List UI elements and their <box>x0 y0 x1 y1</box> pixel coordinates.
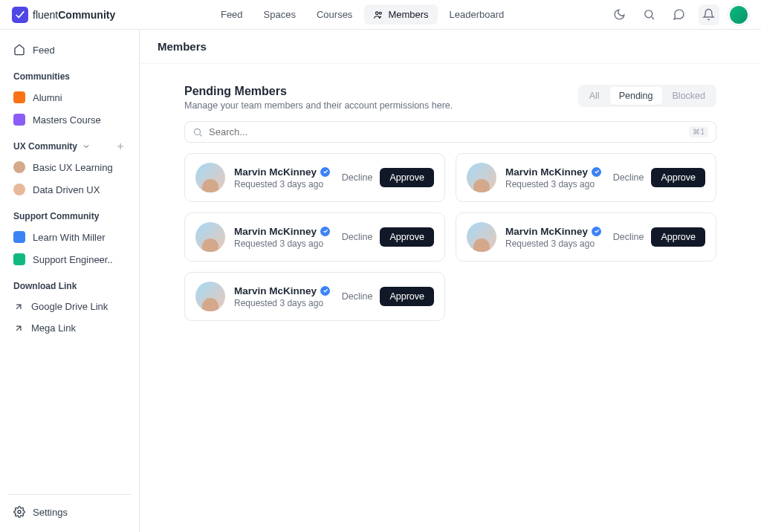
logo-mark-icon <box>12 7 28 23</box>
decline-button[interactable]: Decline <box>342 232 373 242</box>
member-name: Marvin McKinney <box>505 166 604 178</box>
member-avatar <box>195 163 225 192</box>
sidebar-basic-ux[interactable]: Basic UX Learning <box>7 156 132 178</box>
nav-spaces[interactable]: Spaces <box>255 4 305 25</box>
messages-icon[interactable] <box>669 4 690 25</box>
member-card: Marvin McKinney Requested 3 days ago Dec… <box>456 153 716 202</box>
logo-text: fluentCommunity <box>33 9 115 21</box>
member-meta: Requested 3 days ago <box>505 179 604 189</box>
sidebar: Feed Communities Alumni Masters Course U… <box>0 30 140 532</box>
svg-point-1 <box>380 12 382 14</box>
sidebar-miller[interactable]: Learn With Miller <box>7 226 132 248</box>
decline-button[interactable]: Decline <box>342 291 373 302</box>
member-avatar <box>195 282 225 311</box>
section-support: Support Community <box>7 201 132 226</box>
section-title: Pending Members <box>184 85 453 98</box>
approve-button[interactable]: Approve <box>380 168 434 187</box>
approve-button[interactable]: Approve <box>380 227 434 247</box>
member-card: Marvin McKinney Requested 3 days ago Dec… <box>184 213 445 262</box>
segment-control: All Pending Blocked <box>578 85 716 107</box>
page-title: Members <box>158 40 743 53</box>
sidebar-engineer[interactable]: Support Engineer.. <box>7 248 132 270</box>
sidebar-feed[interactable]: Feed <box>7 39 132 61</box>
nav-leaderboard[interactable]: Leaderboard <box>441 4 514 25</box>
svg-point-2 <box>645 10 652 18</box>
member-card: Marvin McKinney Requested 3 days ago Dec… <box>184 153 445 202</box>
member-avatar <box>467 163 496 192</box>
search-icon[interactable] <box>639 4 660 25</box>
topnav: Feed Spaces Courses Members Leaderboard <box>212 4 513 25</box>
verified-icon <box>320 167 330 177</box>
approve-button[interactable]: Approve <box>380 287 434 306</box>
member-card: Marvin McKinney Requested 3 days ago Dec… <box>456 213 716 262</box>
theme-icon[interactable] <box>609 4 630 25</box>
member-meta: Requested 3 days ago <box>234 298 333 308</box>
page-header: Members <box>140 30 761 64</box>
kbd-shortcut: ⌘1 <box>689 126 708 137</box>
user-avatar[interactable] <box>728 4 749 25</box>
member-name: Marvin McKinney <box>505 226 604 237</box>
gear-icon <box>13 506 25 518</box>
verified-icon <box>592 227 601 236</box>
section-communities: Communities <box>7 61 132 86</box>
plus-icon[interactable] <box>115 141 126 152</box>
main: Members Pending Members Manage your team… <box>140 30 761 532</box>
section-subtitle: Manage your team members and their accou… <box>184 100 453 111</box>
nav-members[interactable]: Members <box>364 4 437 25</box>
topbar: fluentCommunity Feed Spaces Courses Memb… <box>0 0 761 30</box>
arrow-icon <box>13 302 24 312</box>
sidebar-gdrive[interactable]: Google Drive Link <box>7 296 132 317</box>
section-download: Download Link <box>7 270 132 296</box>
sidebar-masters[interactable]: Masters Course <box>7 108 132 131</box>
decline-button[interactable]: Decline <box>342 172 373 183</box>
member-name: Marvin McKinney <box>234 166 333 178</box>
approve-button[interactable]: Approve <box>651 227 705 247</box>
sidebar-mega[interactable]: Mega Link <box>7 317 132 339</box>
sidebar-settings[interactable]: Settings <box>7 501 132 523</box>
svg-point-3 <box>18 510 21 513</box>
arrow-icon <box>13 323 24 334</box>
nav-feed[interactable]: Feed <box>212 4 252 25</box>
approve-button[interactable]: Approve <box>651 168 705 187</box>
svg-point-4 <box>194 129 200 134</box>
member-meta: Requested 3 days ago <box>234 239 333 249</box>
section-ux[interactable]: UX Community <box>7 131 132 156</box>
verified-icon <box>592 167 601 177</box>
notifications-icon[interactable] <box>699 4 719 25</box>
member-name: Marvin McKinney <box>234 226 333 237</box>
logo[interactable]: fluentCommunity <box>12 7 115 23</box>
search-icon <box>192 127 203 137</box>
member-avatar <box>467 222 496 252</box>
member-meta: Requested 3 days ago <box>234 179 333 189</box>
topbar-right <box>609 4 749 25</box>
search-input[interactable] <box>209 126 683 137</box>
member-card: Marvin McKinney Requested 3 days ago Dec… <box>184 272 445 321</box>
member-cards: Marvin McKinney Requested 3 days ago Dec… <box>184 153 716 321</box>
member-meta: Requested 3 days ago <box>505 239 604 249</box>
decline-button[interactable]: Decline <box>613 172 644 183</box>
member-name: Marvin McKinney <box>234 285 333 296</box>
member-avatar <box>195 222 225 252</box>
decline-button[interactable]: Decline <box>613 232 644 242</box>
nav-courses[interactable]: Courses <box>308 4 361 25</box>
chevron-down-icon <box>82 142 91 151</box>
segment-pending[interactable]: Pending <box>610 87 662 105</box>
members-icon <box>373 10 383 20</box>
search-bar[interactable]: ⌘1 <box>184 121 716 143</box>
verified-icon <box>320 227 330 236</box>
sidebar-data-ux[interactable]: Data Driven UX <box>7 178 132 201</box>
segment-blocked[interactable]: Blocked <box>664 87 714 105</box>
home-icon <box>13 44 25 56</box>
verified-icon <box>320 286 330 296</box>
svg-point-0 <box>376 11 379 13</box>
sidebar-alumni[interactable]: Alumni <box>7 86 132 108</box>
segment-all[interactable]: All <box>580 87 609 105</box>
